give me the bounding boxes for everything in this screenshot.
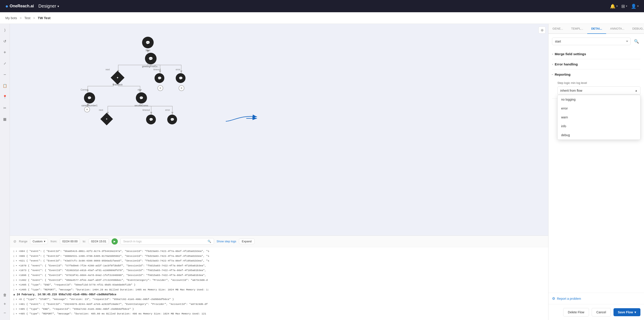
sidebar-zoom-bottom: 🗑 + − bbox=[1, 292, 8, 317]
tab-gene[interactable]: GENE... bbox=[548, 24, 567, 34]
cancel-button[interactable]: Cancel bbox=[592, 308, 611, 317]
log-panel: ⊘ Range Custom ▾ from: 02/24 00:00 to: 0… bbox=[10, 235, 548, 320]
step-search-icon[interactable]: 🔍 bbox=[632, 37, 640, 45]
error-handling-label: Error handling bbox=[555, 62, 578, 66]
breadcrumb-test[interactable]: Test bbox=[24, 16, 30, 20]
save-flow-button[interactable]: Save Flow ▾ bbox=[614, 308, 640, 316]
error-node-1[interactable]: 💬 bbox=[176, 73, 186, 83]
flow-canvas[interactable]: 💬 Start 💬 greetingFirstGu... next timeou… bbox=[10, 24, 548, 235]
plus-node-2[interactable]: + bbox=[158, 85, 163, 91]
error-node-2[interactable]: 💬 bbox=[167, 115, 177, 124]
option-info[interactable]: info bbox=[558, 122, 640, 131]
report-problem-label: Report a problem bbox=[557, 297, 581, 301]
zoom-minus-bottom-icon[interactable]: − bbox=[1, 309, 8, 317]
save-flow-caret-icon: ▾ bbox=[634, 311, 636, 314]
logo-text: OneReach.ai bbox=[10, 4, 34, 8]
breadcrumb-sep-2: > bbox=[33, 16, 35, 20]
designer-caret-icon[interactable]: ▾ bbox=[58, 4, 59, 8]
play-button[interactable]: ▶ bbox=[112, 238, 118, 245]
delete-icon[interactable]: 🗑 bbox=[1, 292, 8, 299]
user-account-icon[interactable]: 👤 ▾ bbox=[631, 3, 639, 9]
tab-templ[interactable]: TEMPL... bbox=[567, 24, 587, 34]
flow-connectors bbox=[10, 24, 548, 235]
refresh-icon[interactable]: ↺ bbox=[1, 38, 8, 45]
log-level-dropdown-popup[interactable]: no logging error warn info debug bbox=[558, 95, 640, 140]
template-icon[interactable]: ▦ bbox=[1, 115, 8, 123]
inherit-value: inherit from flow bbox=[560, 89, 582, 92]
reporting-arrow-icon: ‹ bbox=[551, 74, 554, 75]
from-date-input[interactable]: 02/24 00:00 bbox=[60, 239, 80, 244]
correct-number-node[interactable]: 💬 correctNumber1 bbox=[82, 92, 98, 107]
right-panel: GENE... TEMPL... DETAI... ANNOTA... DEBU… bbox=[548, 24, 644, 320]
location-icon[interactable]: 📍 bbox=[1, 93, 8, 100]
log-section-header[interactable]: ▲ 24 February, 14:50:45.219 656a7c92-41e… bbox=[13, 292, 545, 297]
expand-collapse-icon[interactable]: ⟩ bbox=[1, 26, 8, 34]
expand-button[interactable]: Expand bbox=[239, 239, 254, 244]
log-content[interactable]: ℹ • +604 { "event": { "EventId": "bba854… bbox=[10, 247, 548, 320]
settings-gear-icon: ⚙ bbox=[552, 297, 555, 301]
step-select[interactable]: start bbox=[552, 38, 631, 45]
main-layout: ⟩ ↺ + ⤢ − 📋 📍 ✂ ▦ 🗑 + − bbox=[0, 24, 644, 320]
delete-flow-button[interactable]: Delete Flow bbox=[563, 308, 589, 317]
info-icon: ℹ bbox=[13, 269, 14, 273]
next-diamond-node[interactable]: ✦ bbox=[102, 115, 111, 123]
canvas-crosshair-icon[interactable]: ⊕ bbox=[538, 26, 546, 34]
disable-logs-icon[interactable]: ⊘ bbox=[13, 239, 16, 244]
error-handling-arrow-icon: › bbox=[552, 63, 553, 66]
tab-annota[interactable]: ANNOTA... bbox=[606, 24, 628, 34]
fullscreen-icon[interactable]: ⤢ bbox=[1, 60, 8, 67]
breadcrumb: My bots > Test > TW Test bbox=[0, 12, 644, 24]
merge-field-settings-header[interactable]: › Merge field settings bbox=[552, 49, 640, 59]
add-node-icon[interactable]: + bbox=[1, 49, 8, 56]
dropdown-open-caret-icon: ▲ bbox=[635, 89, 638, 92]
start-node[interactable]: 💬 Start bbox=[142, 37, 154, 52]
breadcrumb-current: TW Test bbox=[38, 16, 50, 20]
section-session-id: 656a7c92-41e6-498c-98bf-cbd9b6dfb6ce bbox=[58, 293, 116, 296]
option-debug[interactable]: debug bbox=[558, 131, 640, 140]
report-problem-link[interactable]: ⚙ Report a problem bbox=[548, 293, 644, 304]
zoom-out-icon[interactable]: − bbox=[1, 71, 8, 78]
option-warn[interactable]: warn bbox=[558, 113, 640, 122]
edge-label-correct: Correct bbox=[80, 89, 88, 91]
edge-label-error-2: error bbox=[165, 109, 170, 111]
timeout-node-2[interactable]: 💬 bbox=[146, 115, 156, 124]
top-nav-right: 🔔 ▾ ⊞ ▾ 👤 ▾ bbox=[610, 3, 639, 9]
plus-node-1[interactable]: + bbox=[84, 107, 90, 112]
plus-node-3[interactable]: + bbox=[178, 85, 184, 91]
section-date: 24 February, 14:50:45.219 bbox=[17, 293, 57, 296]
firstcheck-node[interactable]: ✦ firstCheck bbox=[113, 73, 122, 86]
notifications-icon[interactable]: 🔔 ▾ bbox=[610, 3, 618, 9]
range-custom-dropdown[interactable]: Custom ▾ bbox=[30, 239, 48, 244]
info-icon: ℹ bbox=[13, 303, 14, 307]
show-step-logs-button[interactable]: Show step logs bbox=[217, 240, 236, 243]
arrow-annotation-svg bbox=[224, 110, 259, 123]
timeout-node-1[interactable]: 💬 bbox=[154, 73, 164, 83]
info-icon: ℹ bbox=[13, 279, 14, 283]
tab-detai[interactable]: DETAI... bbox=[587, 24, 606, 34]
edge-label-else: else bbox=[138, 89, 142, 91]
notes-icon[interactable]: 📋 bbox=[1, 82, 8, 89]
to-date-input[interactable]: 02/24 15:01 bbox=[89, 239, 109, 244]
greeting-node[interactable]: 💬 greetingFirstGu... bbox=[142, 53, 159, 68]
error-handling-section: › Error handling bbox=[552, 59, 640, 69]
log-line: ℹ • +621 { "event": { "EventId": "43a57c… bbox=[13, 259, 545, 264]
zoom-plus-bottom-icon[interactable]: + bbox=[1, 301, 8, 308]
reporting-header[interactable]: ‹ Reporting bbox=[552, 69, 640, 79]
breadcrumb-mybots[interactable]: My bots bbox=[5, 16, 17, 20]
log-line: ℹ • +1402 { "event": { "EventId": "068a4… bbox=[13, 278, 545, 283]
second-guess-node[interactable]: 💬 secondGuess bbox=[134, 92, 148, 107]
log-level-label: Step logic min log level bbox=[558, 81, 640, 85]
error-handling-header[interactable]: › Error handling bbox=[552, 59, 640, 69]
from-label: from: bbox=[50, 240, 57, 243]
inherit-from-flow-dropdown[interactable]: inherit from flow ▲ bbox=[558, 86, 640, 95]
to-label: to: bbox=[82, 240, 86, 243]
option-no-logging[interactable]: no logging bbox=[558, 95, 640, 104]
info-icon: ℹ bbox=[13, 298, 14, 302]
option-error[interactable]: error bbox=[558, 104, 640, 113]
log-line: ℹ • +485 { "type": "REPORT", "message": … bbox=[13, 312, 545, 317]
tab-debug[interactable]: DEBUG... bbox=[628, 24, 644, 34]
apps-grid-icon[interactable]: ⊞ ▾ bbox=[621, 3, 627, 9]
save-flow-label: Save Flow bbox=[618, 311, 633, 314]
cut-icon[interactable]: ✂ bbox=[1, 104, 8, 111]
log-search-input[interactable]: Search in logs 🔍 bbox=[120, 238, 214, 245]
